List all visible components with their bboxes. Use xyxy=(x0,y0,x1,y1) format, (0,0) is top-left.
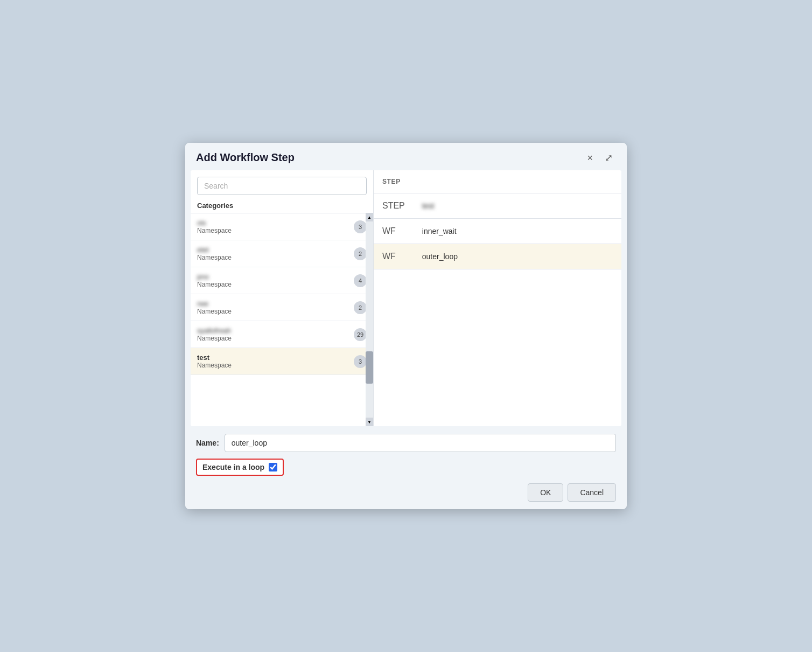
category-item-cat6[interactable]: testNamespace3 xyxy=(191,348,373,375)
execute-in-loop-checkbox[interactable] xyxy=(269,463,277,471)
step-type-0: STEP xyxy=(382,201,405,210)
category-item-cat5[interactable]: syallofreahNamespace29 xyxy=(191,321,373,348)
category-item-cat4[interactable]: rweNamespace2 xyxy=(191,294,373,321)
cat-name-cat3: pno xyxy=(197,273,232,281)
step-row-1[interactable]: WFinner_wait xyxy=(374,219,621,244)
dialog-header: Add Workflow Step × ⤢ xyxy=(185,143,627,170)
close-button[interactable]: × xyxy=(584,152,596,164)
step-extra-0 xyxy=(578,193,621,219)
cat-type-cat3: Namespace xyxy=(197,281,232,288)
cat-type-cat4: Namespace xyxy=(197,308,232,315)
add-workflow-step-dialog: Add Workflow Step × ⤢ Categories oisName… xyxy=(185,143,627,509)
scroll-down-button[interactable]: ▼ xyxy=(366,418,373,426)
categories-label: Categories xyxy=(191,199,373,213)
steps-table: STEP STEPtestWFinner_waitWFouter_loop xyxy=(374,170,621,269)
category-item-cat1[interactable]: oisNamespace3 xyxy=(191,213,373,240)
scrollbar-track: ▲▼ xyxy=(366,213,373,426)
header-actions: × ⤢ xyxy=(584,152,616,164)
cat-type-cat1: Namespace xyxy=(197,227,232,234)
cat-type-cat5: Namespace xyxy=(197,335,232,342)
cat-type-cat6: Namespace xyxy=(197,362,232,369)
categories-wrapper: oisNamespace3etetNamespace2pnoNamespace4… xyxy=(191,213,373,426)
category-item-cat2[interactable]: etetNamespace2 xyxy=(191,240,373,267)
scrollbar-thumb xyxy=(366,351,373,384)
right-panel: STEP STEPtestWFinner_waitWFouter_loop xyxy=(374,170,621,426)
cancel-button[interactable]: Cancel xyxy=(568,483,616,502)
step-type-1: WF xyxy=(382,226,396,235)
cat-name-cat6: test xyxy=(197,353,232,362)
name-row: Name: xyxy=(196,434,616,452)
name-label: Name: xyxy=(196,439,219,447)
category-item-cat3[interactable]: pnoNamespace4 xyxy=(191,267,373,294)
cat-name-cat2: etet xyxy=(197,246,232,254)
name-input[interactable] xyxy=(225,434,616,452)
dialog-title: Add Workflow Step xyxy=(196,151,295,164)
cat-badge-cat5: 29 xyxy=(354,328,367,341)
cat-badge-cat4: 2 xyxy=(354,301,367,314)
cat-name-cat4: rwe xyxy=(197,300,232,308)
scroll-up-button[interactable]: ▲ xyxy=(366,213,373,221)
cat-badge-cat3: 4 xyxy=(354,274,367,287)
cat-badge-cat2: 2 xyxy=(354,247,367,260)
dialog-footer: Name: Execute in a loop OK Cancel xyxy=(185,426,627,509)
step-row-2[interactable]: WFouter_loop xyxy=(374,244,621,269)
cat-name-cat1: ois xyxy=(197,219,232,227)
left-panel: Categories oisNamespace3etetNamespace2pn… xyxy=(191,170,374,426)
ok-button[interactable]: OK xyxy=(528,483,563,502)
cat-badge-cat1: 3 xyxy=(354,220,367,233)
cat-name-cat5: syallofreah xyxy=(197,327,232,335)
expand-button[interactable]: ⤢ xyxy=(601,152,616,164)
step-name-0: test xyxy=(422,202,435,210)
steps-tbody: STEPtestWFinner_waitWFouter_loop xyxy=(374,193,621,269)
step-type-2: WF xyxy=(382,252,396,261)
loop-label: Execute in a loop xyxy=(202,463,264,471)
step-row-0[interactable]: STEPtest xyxy=(374,193,621,219)
cat-badge-cat6: 3 xyxy=(354,355,367,368)
col-header-extra xyxy=(578,170,621,193)
col-header-name xyxy=(414,170,578,193)
step-name-1: inner_wait xyxy=(422,227,457,235)
categories-list: oisNamespace3etetNamespace2pnoNamespace4… xyxy=(191,213,373,375)
step-name-2: outer_loop xyxy=(422,252,458,261)
action-row: OK Cancel xyxy=(196,483,616,502)
cat-type-cat2: Namespace xyxy=(197,254,232,261)
dialog-body: Categories oisNamespace3etetNamespace2pn… xyxy=(191,170,621,426)
step-extra-1 xyxy=(578,219,621,244)
loop-row: Execute in a loop xyxy=(196,459,284,476)
search-input[interactable] xyxy=(197,177,367,195)
step-extra-2 xyxy=(578,244,621,269)
search-area xyxy=(191,170,373,199)
col-header-step: STEP xyxy=(374,170,414,193)
